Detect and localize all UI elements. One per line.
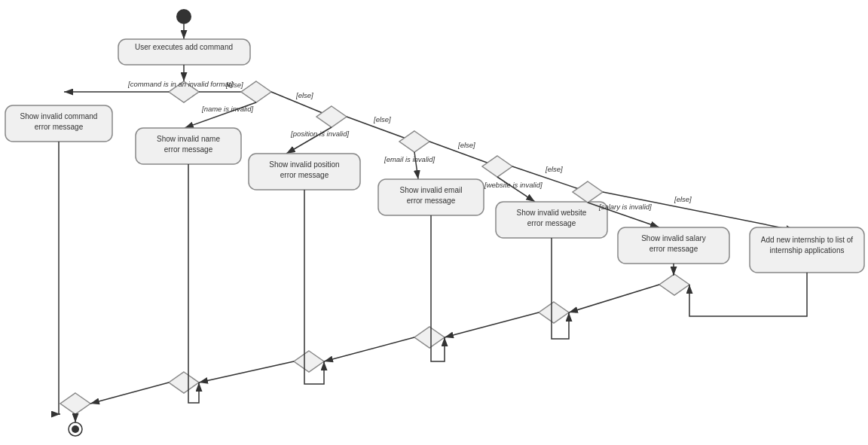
invalid-command-label2: error message	[35, 123, 84, 131]
arrow-d9-to-d10	[324, 337, 414, 361]
invalid-salary-label2: error message	[649, 245, 698, 253]
activity-diagram: User executes add command [command is in…	[0, 0, 868, 445]
diamond-d3	[316, 106, 347, 127]
label-else1: [else]	[225, 81, 243, 89]
invalid-email-label2: error message	[407, 197, 456, 205]
diamond-d12	[60, 393, 90, 414]
label-else5: [else]	[545, 165, 563, 173]
user-executes-label: User executes add command	[135, 43, 233, 51]
diamond-d10	[294, 351, 324, 372]
diamond-d5	[482, 156, 512, 177]
invalid-website-label2: error message	[527, 219, 576, 227]
diamond-d8	[539, 302, 569, 323]
diamond-d2	[241, 81, 271, 102]
end-inner-circle	[72, 425, 79, 433]
start-node	[176, 9, 191, 24]
invalid-position-label2: error message	[280, 171, 329, 179]
arrow-d8-to-d9	[445, 312, 539, 337]
label-else3: [else]	[373, 115, 391, 123]
diamond-d11	[169, 372, 199, 393]
invalid-website-label1: Show invalid website	[517, 209, 587, 217]
label-else6: [else]	[674, 195, 692, 203]
invalid-command-label1: Show invalid command	[20, 112, 98, 120]
label-salary-invalid: [salary is invalid]	[598, 203, 652, 211]
invalid-email-label1: Show invalid email	[400, 186, 463, 194]
arrow-website-to-d8	[552, 238, 569, 339]
label-else2: [else]	[295, 91, 313, 99]
invalid-salary-label1: Show invalid salary	[641, 234, 706, 242]
label-command-invalid: [command is in an invalid format]	[127, 80, 233, 88]
diamond-d9	[414, 327, 445, 348]
label-position-invalid: [position is invalid]	[290, 130, 349, 138]
add-internship-label2: internship applications	[770, 246, 845, 255]
arrow-d10-to-d11	[199, 361, 294, 383]
invalid-name-label1: Show invalid name	[157, 135, 220, 143]
invalid-name-label2: error message	[164, 145, 213, 154]
arrow-d11-to-d12	[90, 383, 169, 404]
label-email-invalid: [email is invalid]	[384, 155, 435, 163]
diamond-d4	[399, 131, 429, 152]
label-name-invalid: [name is invalid]	[201, 105, 253, 113]
arrow-name-to-d11	[188, 164, 199, 403]
arrow-d6-right	[603, 192, 795, 230]
arrow-add-to-d7	[689, 273, 807, 316]
diamond-d7	[659, 274, 689, 295]
label-website-invalid: [website is invalid]	[484, 181, 542, 189]
diamond-d6	[573, 181, 603, 203]
invalid-position-label1: Show invalid position	[269, 160, 339, 169]
add-internship-label1: Add new internship to list of	[761, 236, 854, 244]
label-else4: [else]	[457, 141, 475, 149]
arrow-d7-to-d8	[569, 285, 659, 312]
arrow-command-to-d12	[59, 142, 60, 414]
